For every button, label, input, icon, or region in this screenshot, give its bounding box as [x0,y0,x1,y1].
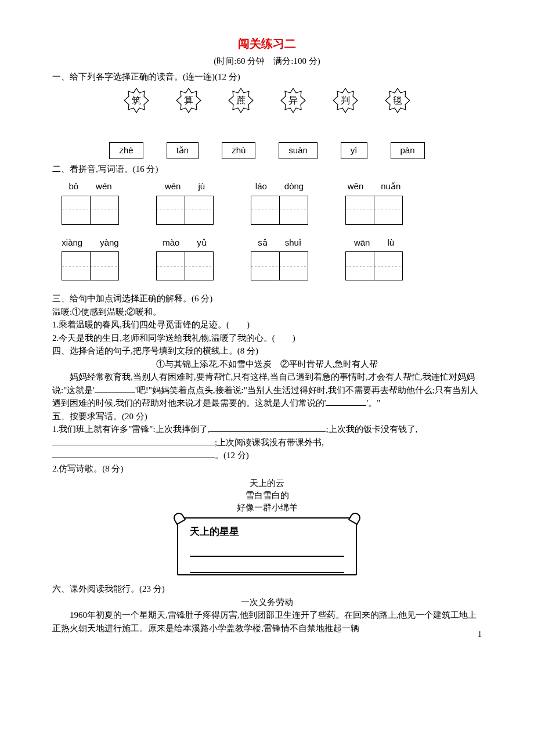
char: 算 [184,93,193,107]
star-char: 蔗 [228,88,254,113]
blank-line[interactable] [190,563,344,573]
py: lù [387,236,394,250]
pinyin-option: zhù [222,142,255,159]
char: 异 [288,93,298,107]
star-char: 筑 [124,88,149,113]
q3-item1: 1.乘着温暖的春风,我们四处寻觅雷锋的足迹。( ) [52,318,482,332]
poem-line: 雪白雪白的 [52,489,482,502]
q4-paragraph: 妈妈经常教育我,当别人有困难时,要肯帮忙,只有这样,当自己遇到着急的事情时,才会… [52,370,482,410]
py: wén [96,180,112,193]
star-char: 毯 [385,88,410,113]
py: mào [163,236,179,250]
q4-heading: 四、选择合适的句子,把序号填到文段的横线上。(8 分) [52,344,482,358]
pinyin-option: pàn [391,142,425,159]
py: bō [68,180,78,193]
pinyin-option: zhè [109,142,143,159]
py: dòng [284,180,304,193]
text: 。(12 分) [215,451,249,460]
write-group: sǎshuǐ [251,236,308,281]
q4-text: '。" [366,398,380,408]
q3-defs: 温暖:①使感到温暖;②暖和。 [52,305,482,319]
poem: 天上的云 雪白雪白的 好像一群小绵羊 [52,477,482,514]
blank[interactable] [326,405,366,406]
write-cell[interactable] [251,251,280,280]
text: ;上次我的饭卡没有钱了, [326,424,417,434]
q5-heading: 五、按要求写话。(20 分) [52,410,482,423]
py: yàng [100,236,119,250]
write-cell[interactable] [156,251,185,280]
write-cell[interactable] [62,251,91,280]
write-cell[interactable] [374,196,403,225]
write-cell[interactable] [156,196,185,225]
write-row-2: xiàngyàng màoyǔ sǎshuǐ wānlù [52,236,482,281]
time-score: (时间:60 分钟 满分:100 分) [52,55,482,68]
q5-item2: 2.仿写诗歌。(8 分) [52,462,482,476]
blank[interactable] [95,393,135,393]
scroll-wrap: 天上的星星 [52,517,482,575]
pinyin-option: tǎn [167,142,199,159]
write-group: bōwén [62,180,119,225]
py: yǔ [197,236,207,250]
char: 蔗 [236,93,246,107]
py: wēn [348,180,364,193]
q6-heading: 六、课外阅读我能行。(23 分) [52,582,482,596]
pinyin-option: suàn [279,142,317,159]
q3-heading: 三、给句中加点词选择正确的解释。(6 分) [52,292,482,305]
poem-line: 天上的云 [52,477,482,489]
py: nuǎn [381,180,400,193]
write-cell[interactable] [279,251,308,280]
write-cell[interactable] [185,196,214,225]
py: wān [354,236,370,250]
write-group: màoyǔ [156,236,214,281]
pinyin-option: yì [341,142,367,159]
write-group: wēnnuǎn [345,180,403,225]
star-char: 异 [280,88,306,113]
scroll-title: 天上的星星 [190,524,344,539]
passage: 1960年初夏的一个星期天,雷锋肚子疼得厉害,他到团部卫生连开了些药。在回来的路… [52,609,482,635]
write-cell[interactable] [90,251,119,280]
write-group: láodòng [251,180,308,225]
pinyin-options: zhè tǎn zhù suàn yì pàn [52,142,482,159]
write-cell[interactable] [345,196,374,225]
write-cell[interactable] [185,251,214,280]
text: 1.我们班上就有许多"雷锋":上次我摔倒了, [52,424,210,434]
char: 判 [341,93,350,107]
q3-item2: 2.今天是我的生日,老师和同学送给我礼物,温暖了我的心。( ) [52,332,482,345]
q1-heading: 一、给下列各字选择正确的读音。(连一连)(12 分) [52,70,482,84]
write-row-1: bōwén wénjù láodòng wēnnuǎn [52,180,482,225]
blank-line[interactable] [190,546,344,557]
star-char: 算 [176,88,201,113]
blank[interactable] [210,431,326,432]
q5-item1: 1.我们班上就有许多"雷锋":上次我摔倒了,;上次我的饭卡没有钱了,;上次阅读课… [52,423,482,462]
write-group: wānlù [345,236,403,281]
q4-choices: ①与其锦上添花,不如雪中送炭 ②平时肯帮人,急时有人帮 [52,358,482,371]
write-cell[interactable] [251,196,280,225]
text: ;上次阅读课我没有带课外书, [215,438,324,447]
poem-line: 好像一群小绵羊 [52,502,482,514]
char: 毯 [393,93,402,107]
write-group: xiàngyàng [62,236,119,281]
py: sǎ [258,236,268,250]
py: láo [255,180,267,193]
char: 筑 [132,93,141,107]
py: jù [198,180,205,193]
star-char: 判 [333,88,358,113]
q2-heading: 二、看拼音,写词语。(16 分) [52,163,482,176]
blank[interactable] [52,445,215,445]
py: shuǐ [285,236,301,250]
write-group: wénjù [156,180,214,225]
page-number: 1 [478,628,482,640]
py: wén [165,180,181,193]
py: xiàng [62,236,82,250]
write-cell[interactable] [62,196,91,225]
write-cell[interactable] [279,196,308,225]
star-row: 筑 算 蔗 异 判 毯 [52,88,482,113]
page-title: 闯关练习二 [52,35,482,52]
write-cell[interactable] [90,196,119,225]
poem-scroll: 天上的星星 [177,517,357,575]
write-cell[interactable] [345,251,374,280]
q4-text: '吧!"妈妈笑着点点头,接着说:"当别人生活过得好时,我们不需要再去帮助他什么;… [52,386,478,408]
write-cell[interactable] [374,251,403,280]
blank[interactable] [52,458,215,458]
passage-title: 一次义务劳动 [52,596,482,609]
